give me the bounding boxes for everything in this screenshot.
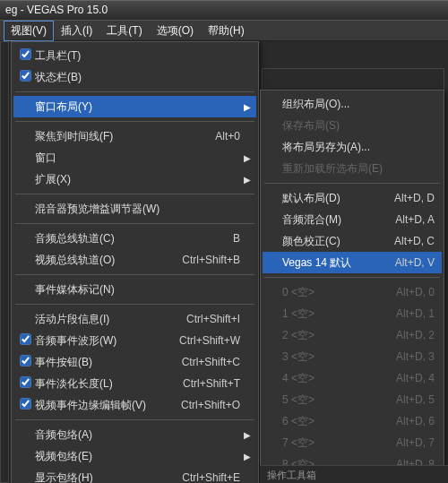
menu-label: 5 <空> — [280, 392, 387, 408]
menu-shortcut: Alt+D, 1 — [387, 307, 435, 320]
menuitem[interactable]: 事件按钮(B)Ctrl+Shift+C — [13, 351, 256, 373]
menuitem[interactable]: 窗口布局(Y)▶ — [13, 96, 256, 117]
menu-shortcut: Ctrl+Shift+W — [170, 334, 240, 347]
menu-label: Vegas 14 默认 — [280, 255, 386, 271]
menu-label: 事件淡化长度(L) — [33, 376, 174, 392]
menu-label: 事件媒体标记(N) — [33, 282, 231, 298]
submenu-item[interactable]: 组织布局(O)... — [263, 93, 442, 115]
submenu-arrow-icon: ▶ — [240, 452, 251, 461]
view-dropdown: 工具栏(T)状态栏(B)窗口布局(Y)▶聚焦到时间线(F)Alt+0窗口▶扩展(… — [11, 41, 259, 483]
title-bar: eg - VEGAS Pro 15.0 — [0, 0, 448, 20]
submenu-item: 6 <空>Alt+D, 6 — [263, 410, 442, 432]
menu-check — [17, 398, 33, 412]
layout-submenu: 组织布局(O)...保存布局(S)将布局另存为(A)...重新加载所选布局(E)… — [260, 90, 444, 483]
menu-shortcut: Alt+D, C — [385, 235, 435, 247]
menuitem[interactable]: 聚焦到时间线(F)Alt+0 — [13, 125, 256, 147]
submenu-item[interactable]: 将布局另存为(A)... — [263, 136, 442, 158]
menu-shortcut: Ctrl+Shift+O — [172, 399, 240, 411]
submenu-arrow-icon: ▶ — [240, 175, 251, 185]
menuitem[interactable]: 显示包络(H)Ctrl+Shift+E — [13, 467, 256, 483]
menu-shortcut: Ctrl+Shift+B — [173, 254, 240, 266]
menu-label: 窗口布局(Y) — [33, 99, 231, 115]
menu-label: 扩展(X) — [33, 172, 231, 187]
submenu-arrow-icon: ▶ — [240, 153, 251, 163]
menuitem[interactable]: 视频包络(E)▶ — [13, 445, 256, 467]
menu-check — [17, 333, 33, 348]
submenu-item[interactable]: 颜色校正(C)Alt+D, C — [263, 230, 442, 252]
menu-shortcut: Alt+D, A — [386, 213, 435, 226]
submenu-item: 保存布局(S) — [263, 115, 442, 136]
menu-shortcut: B — [224, 232, 240, 245]
menu-label: 4 <空> — [280, 371, 387, 386]
menu-label: 重新加载所选布局(E) — [280, 161, 426, 177]
menu-label: 3 <空> — [280, 349, 387, 365]
submenu-item[interactable]: 音频混合(M)Alt+D, A — [263, 209, 442, 230]
menu-check — [17, 355, 33, 369]
menu-label: 7 <空> — [280, 436, 387, 451]
menuitem[interactable]: 音频事件波形(W)Ctrl+Shift+W — [13, 330, 256, 351]
app-title: eg - VEGAS Pro 15.0 — [5, 4, 108, 16]
menu-shortcut: Alt+D, 7 — [387, 436, 435, 449]
submenu-arrow-icon: ▶ — [240, 430, 251, 440]
menuitem[interactable]: 事件媒体标记(N) — [13, 279, 256, 300]
menuitem[interactable]: 视频总线轨道(O)Ctrl+Shift+B — [13, 249, 256, 271]
submenu-item: 1 <空>Alt+D, 1 — [263, 303, 442, 324]
menu-check — [17, 48, 33, 63]
menu-label: 聚焦到时间线(F) — [33, 129, 206, 144]
menu-label: 将布局另存为(A)... — [280, 140, 426, 155]
submenu-item[interactable]: 默认布局(D)Alt+D, D — [263, 187, 442, 209]
menu-view[interactable]: 视图(V) — [4, 21, 54, 41]
submenu-item: 重新加载所选布局(E) — [263, 158, 442, 179]
menuitem[interactable]: 状态栏(B) — [13, 66, 256, 88]
menuitem[interactable]: 扩展(X)▶ — [13, 168, 256, 190]
submenu-item: 4 <空>Alt+D, 4 — [263, 367, 442, 389]
menu-shortcut: Alt+D, 3 — [387, 350, 435, 363]
menu-label: 音频总线轨道(C) — [33, 231, 224, 246]
submenu-item[interactable]: Vegas 14 默认Alt+D, V — [263, 252, 442, 273]
menu-shortcut: Alt+D, 4 — [387, 372, 435, 384]
submenu-item: 3 <空>Alt+D, 3 — [263, 346, 442, 367]
menu-label: 显示包络(H) — [33, 470, 173, 484]
menu-label: 视频事件边缘编辑帧(V) — [33, 398, 172, 413]
menu-label: 6 <空> — [280, 414, 387, 429]
menuitem[interactable]: 工具栏(T) — [13, 45, 256, 66]
menu-label: 颜色校正(C) — [280, 234, 385, 249]
menu-shortcut: Alt+D, 5 — [387, 393, 435, 406]
menu-shortcut: Ctrl+Shift+T — [174, 377, 240, 390]
menu-help[interactable]: 帮助(H) — [201, 21, 252, 41]
menu-label: 视频总线轨道(O) — [33, 253, 173, 268]
menu-label: 窗口 — [33, 151, 231, 166]
menu-label: 音频事件波形(W) — [33, 333, 170, 349]
submenu-item: 7 <空>Alt+D, 7 — [263, 432, 442, 453]
menuitem[interactable]: 混音器预览增益调节器(W) — [13, 198, 256, 220]
menuitem[interactable]: 事件淡化长度(L)Ctrl+Shift+T — [13, 373, 256, 394]
menu-check — [17, 70, 33, 84]
menu-label: 保存布局(S) — [280, 118, 426, 134]
menu-label: 活动片段信息(I) — [33, 312, 177, 327]
menu-label: 工具栏(T) — [33, 48, 231, 64]
menu-tools[interactable]: 工具(T) — [99, 21, 149, 41]
menu-shortcut: Ctrl+Shift+E — [173, 471, 240, 483]
menu-shortcut: Alt+D, D — [385, 192, 435, 204]
menuitem[interactable]: 音频包络(A)▶ — [13, 424, 256, 445]
menuitem[interactable]: 窗口▶ — [13, 147, 256, 168]
submenu-item: 2 <空>Alt+D, 2 — [263, 324, 442, 346]
menu-options[interactable]: 选项(O) — [150, 21, 201, 41]
menu-shortcut: Alt+D, 6 — [387, 415, 435, 427]
menu-insert[interactable]: 插入(I) — [54, 21, 99, 41]
menu-label: 音频混合(M) — [280, 212, 386, 228]
menu-label: 混音器预览增益调节器(W) — [33, 202, 231, 217]
menu-label: 音频包络(A) — [33, 427, 231, 443]
submenu-item: 0 <空>Alt+D, 0 — [263, 281, 442, 303]
menu-shortcut: Ctrl+Shift+I — [177, 313, 240, 325]
menu-shortcut: Alt+D, 2 — [387, 329, 435, 341]
menu-label: 1 <空> — [280, 306, 387, 322]
menuitem[interactable]: 活动片段信息(I)Ctrl+Shift+I — [13, 308, 256, 330]
menu-check — [17, 376, 33, 391]
menuitem[interactable]: 视频事件边缘编辑帧(V)Ctrl+Shift+O — [13, 394, 256, 416]
menu-label: 状态栏(B) — [33, 70, 231, 85]
menu-label: 事件按钮(B) — [33, 355, 173, 370]
menuitem[interactable]: 音频总线轨道(C)B — [13, 228, 256, 249]
menu-shortcut: Alt+0 — [206, 130, 240, 142]
submenu-item: 5 <空>Alt+D, 5 — [263, 389, 442, 410]
